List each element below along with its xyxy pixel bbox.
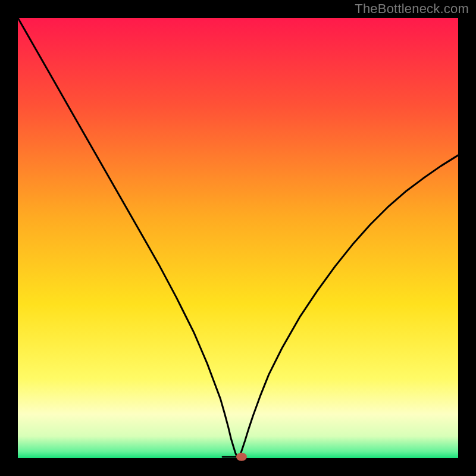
- optimum-marker: [236, 453, 247, 461]
- bottleneck-chart: [0, 0, 476, 476]
- plot-background: [18, 18, 458, 458]
- chart-frame: TheBottleneck.com: [0, 0, 476, 476]
